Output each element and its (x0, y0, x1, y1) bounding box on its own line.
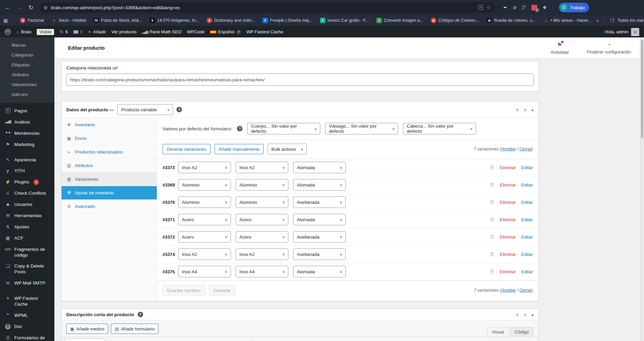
delete-variation-link[interactable]: Eliminar (500, 234, 516, 240)
sidebar-item-yith[interactable]: yYITH (0, 165, 54, 177)
sidebar-item-herramientas[interactable]: ⚒Herramientas (0, 210, 54, 222)
user-dropdown-button[interactable]: ☻▾ (239, 339, 249, 341)
help-icon[interactable]: ? (237, 126, 242, 131)
save-changes-button[interactable]: Guardar cambios (163, 285, 205, 295)
tab-inventario[interactable]: ❖Inventario (62, 118, 157, 132)
bookmark-item[interactable]: ∴• Mis tareas - Hacer... (541, 16, 594, 25)
font-extension-icon[interactable]: f? (522, 5, 526, 10)
avatar[interactable]: ☻ (631, 28, 639, 36)
default-cuerpo-select[interactable]: Cuerpo... Sin valor por defecto∨ (247, 123, 320, 134)
language-menu[interactable]: Español? (210, 29, 241, 34)
sidebar-item-marketing[interactable]: ⚑Marketing (0, 139, 54, 150)
drag-handle-icon[interactable]: ☰ (490, 269, 495, 274)
sidebar-item-categorias[interactable]: Categorías (0, 50, 54, 60)
default-cabeza-select[interactable]: Cabeza... Sin valor por defecto∨ (403, 123, 476, 134)
edit-variation-link[interactable]: Editar (521, 234, 533, 240)
account-menu[interactable]: Hola, admin (605, 29, 628, 34)
sidebar-item-copy-delete[interactable]: ❏Copy & Delete Posts (0, 261, 54, 278)
vastago-select[interactable]: Acero∨ (236, 214, 288, 225)
blocker-extension-icon[interactable]: ⊘ (513, 5, 517, 10)
cuerpo-select[interactable]: Aluminio∨ (178, 196, 231, 208)
bookmark-item[interactable]: ▼Iconos Car gratis - F... (317, 16, 372, 25)
edit-variation-link[interactable]: Editar (521, 182, 533, 188)
sidebar-item-divi[interactable]: DDivi (0, 321, 54, 332)
activity-button[interactable]: ⚑ Actividad (550, 42, 569, 55)
collapse-icon[interactable]: ▴ (531, 312, 533, 317)
bookmark-item[interactable]: FFreepik | Diseña mej... (260, 16, 315, 25)
sidebar-item-wpml[interactable]: ❞WPML (0, 310, 54, 321)
bookmark-item[interactable]: ADictionary and onlin... (204, 16, 258, 25)
move-up-icon[interactable]: ∧ (515, 312, 519, 317)
align-center-button[interactable]: ≡ (174, 339, 184, 341)
delete-variation-link[interactable]: Eliminar (500, 252, 516, 257)
puzzle-extensions-icon[interactable]: ❖ (543, 5, 547, 10)
cancel-button[interactable]: Cancelar (209, 285, 235, 295)
fullscreen-button[interactable]: ✥ (217, 339, 227, 341)
cabeza-select[interactable]: Avellanada∨ (293, 248, 346, 260)
delete-variation-link[interactable]: Eliminar (500, 217, 516, 222)
bulk-actions-select[interactable]: Bulk actions∨ (268, 144, 307, 155)
cuerpo-select[interactable]: Inox A2∨ (178, 162, 231, 173)
align-left-button[interactable]: ≡ (163, 339, 173, 341)
rank-math-menu[interactable]: ▂▄▆Rank Math SEO (142, 29, 181, 34)
edit-variation-link[interactable]: Editar (521, 165, 533, 170)
profile-button[interactable]: D Trabajo (559, 3, 589, 12)
expand-link[interactable]: Ampliar (502, 288, 516, 293)
move-down-icon[interactable]: ∨ (524, 107, 527, 112)
add-manually-button[interactable]: Añadir manualmente (215, 144, 264, 154)
sidebar-item-ajustes[interactable]: ⇅Ajustes (0, 222, 54, 233)
bookmark-item[interactable]: ◎Rueda de colores, u... (484, 16, 538, 25)
more-tag-button[interactable]: ⊟ (206, 339, 217, 341)
sidebar-item-analisis[interactable]: ▂▄▆Análisis (0, 117, 54, 128)
wpcode-menu[interactable]: WPCode (187, 29, 205, 34)
wp-logo-menu[interactable]: W (5, 29, 11, 35)
edit-variation-link[interactable]: Editar (521, 269, 533, 274)
bullet-list-button[interactable]: •≡ (130, 339, 140, 341)
bookmark-item[interactable]: ◎Códigos de Colores... (428, 16, 482, 25)
tab-visual[interactable]: Visual (487, 327, 509, 337)
add-form-button[interactable]: ▤Añadir formulario (111, 324, 158, 334)
edit-variation-link[interactable]: Editar (521, 252, 533, 257)
vastago-select[interactable]: Aluminio∨ (236, 179, 288, 191)
bookmarks-overflow-icon[interactable]: » (596, 18, 599, 23)
bold-button[interactable]: B (108, 339, 119, 341)
site-settings-icon[interactable]: ⚙ (44, 5, 48, 10)
forms-shortcode-button[interactable]: ☰ (278, 339, 288, 341)
expand-link[interactable]: Ampliar (502, 147, 516, 151)
paragraph-format-select[interactable]: Párrafo▼ (64, 339, 105, 341)
blockquote-button[interactable]: ❝ (152, 339, 162, 341)
sidebar-item-plugins[interactable]: ⚡Plugins5 (0, 177, 54, 188)
cabeza-select[interactable]: Alomada∨ (293, 179, 346, 191)
delete-variation-link[interactable]: Eliminar (500, 165, 516, 170)
move-down-icon[interactable]: ∨ (524, 312, 527, 317)
help-icon[interactable]: ? (176, 107, 182, 112)
tab-atributos[interactable]: ▤Atributos (62, 159, 157, 173)
sidebar-item-atributos[interactable]: Atributos (0, 70, 54, 80)
drag-handle-icon[interactable]: ☰ (490, 199, 495, 205)
drag-handle-icon[interactable]: ☰ (490, 217, 495, 222)
delete-variation-link[interactable]: Eliminar (500, 269, 516, 274)
reload-icon[interactable]: ↻ (29, 4, 33, 11)
bookmark-item[interactable]: ☻Factorial (17, 16, 47, 25)
sidebar-item-fragmentos[interactable]: </>Fragmentos de código (0, 244, 54, 261)
author-button[interactable]: ☻ (300, 339, 310, 341)
close-link[interactable]: Cerrar (519, 147, 531, 151)
link-button[interactable]: ∞ (196, 339, 206, 341)
sidebar-item-apariencia[interactable]: ✎Apariencia (0, 155, 54, 166)
tab-ajuste-de-muestras[interactable]: ⚒Ajuste de muestras (62, 186, 157, 200)
apps-grid-icon[interactable]: ▦ (3, 18, 8, 23)
delete-variation-link[interactable]: Eliminar (500, 182, 516, 188)
sidebar-item-valoraciones[interactable]: Valoraciones (0, 80, 54, 90)
add-media-button[interactable]: ▣Añadir medios (66, 324, 108, 334)
sidebar-item-formularios[interactable]: ☰Formularios de (0, 332, 54, 341)
sidebar-item-addons[interactable]: Add-ons (0, 90, 54, 99)
sidebar-item-usuarios[interactable]: ☻Usuarios (0, 199, 54, 210)
move-up-icon[interactable]: ∧ (515, 107, 519, 112)
edit-variation-link[interactable]: Editar (521, 200, 533, 205)
tab-avanzado[interactable]: ⚙Avanzado (62, 200, 157, 213)
red-extension-icon[interactable]: 2 (531, 5, 537, 11)
import-export-button[interactable]: ⇅ (256, 339, 267, 341)
cabeza-select[interactable]: Alomada∨ (293, 214, 346, 225)
italic-button[interactable]: I (119, 339, 130, 341)
clipboard-button[interactable]: ▤ (289, 339, 299, 341)
